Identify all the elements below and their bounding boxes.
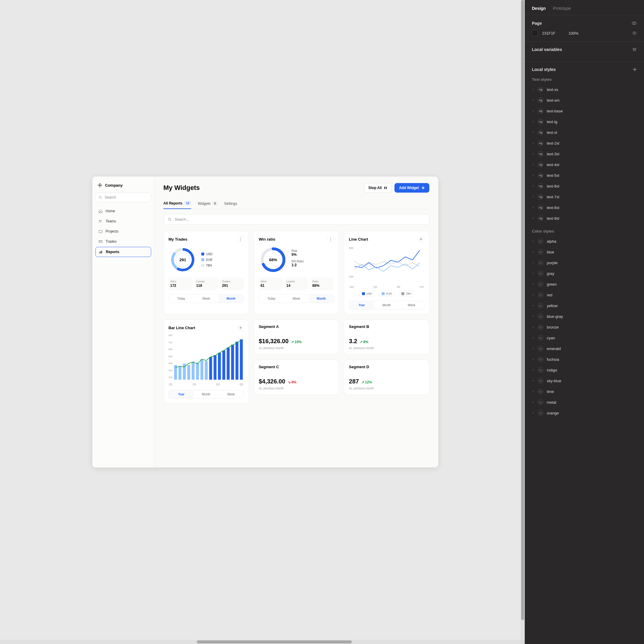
folder-icon	[538, 410, 543, 416]
color-style-item[interactable]: cyan	[532, 332, 637, 343]
tf-week[interactable]: Week	[194, 295, 219, 303]
canvas[interactable]: Company Search Home Teams Projects Trade…	[0, 0, 525, 644]
color-style-item[interactable]: blue	[532, 247, 637, 257]
svg-rect-12	[99, 252, 100, 253]
tf-week[interactable]: Week	[219, 390, 244, 398]
tf-week[interactable]: Week	[399, 301, 424, 309]
stop-all-button[interactable]: Stop All	[364, 183, 392, 193]
color-style-item[interactable]: indigo	[532, 365, 637, 375]
scrollbar-vertical[interactable]	[521, 0, 525, 644]
page-color-row[interactable]: 231F1F 100%	[532, 30, 637, 36]
text-style-item[interactable]: Agtext-xl	[532, 127, 637, 138]
card-settings-button[interactable]	[237, 324, 244, 331]
sliders-icon[interactable]	[632, 47, 637, 52]
color-style-item[interactable]: yellow	[532, 300, 637, 311]
stat: Losses118	[194, 278, 218, 290]
color-style-item[interactable]: bronze	[532, 322, 637, 332]
color-style-item[interactable]: green	[532, 279, 637, 290]
style-name: gray	[547, 271, 554, 276]
svg-point-3	[100, 183, 100, 184]
tf-year[interactable]: Year	[349, 301, 374, 309]
text-style-item[interactable]: Agtext-sm	[532, 95, 637, 106]
text-style-item[interactable]: Agtext-2xl	[532, 138, 637, 148]
color-style-item[interactable]: sky-blue	[532, 375, 637, 386]
seg-value: $4,326.00	[259, 378, 285, 385]
text-style-item[interactable]: Agtext-4xl	[532, 159, 637, 170]
svg-rect-15	[384, 187, 385, 189]
scrollbar-horizontal[interactable]	[0, 640, 525, 644]
tab-settings[interactable]: Settings	[224, 198, 237, 209]
logo: Company	[95, 181, 151, 193]
text-style-item[interactable]: Agtext-8xl	[532, 202, 637, 213]
tf-month[interactable]: Month	[219, 295, 244, 303]
tf-today[interactable]: Today	[259, 295, 284, 303]
sidebar-search-input[interactable]: Search	[95, 193, 151, 202]
text-style-item[interactable]: Agtext-base	[532, 106, 637, 116]
text-style-item[interactable]: Agtext-9xl	[532, 213, 637, 224]
color-style-item[interactable]: orange	[532, 408, 637, 418]
donut-chart: 291	[168, 245, 197, 274]
svg-line-18	[170, 220, 171, 221]
text-style-item[interactable]: Agtext-7xl	[532, 191, 637, 202]
nav-trades[interactable]: Trades	[95, 237, 151, 246]
card-icon	[98, 239, 103, 244]
tf-month[interactable]: Month	[374, 301, 399, 309]
folder-icon	[538, 400, 543, 405]
main-search-input[interactable]: Search...	[163, 214, 429, 225]
scrollbar-thumb[interactable]	[521, 0, 524, 620]
color-style-item[interactable]: gray	[532, 268, 637, 279]
color-style-item[interactable]: metal	[532, 397, 637, 408]
delta: ↗12%	[361, 380, 372, 384]
text-style-item[interactable]: Agtext-lg	[532, 116, 637, 127]
nav-projects[interactable]: Projects	[95, 227, 151, 236]
tf-week[interactable]: Week	[284, 295, 309, 303]
text-style-item[interactable]: Agtext-xs	[532, 84, 637, 95]
color-style-item[interactable]: red	[532, 290, 637, 300]
nav-teams[interactable]: Teams	[95, 216, 151, 226]
seg-sub: vs. previous month	[259, 387, 334, 390]
side-metrics: Risk5% RR-Ratio1:2	[292, 249, 304, 270]
scrollbar-thumb[interactable]	[197, 640, 352, 643]
tf-today[interactable]: Today	[169, 295, 194, 303]
style-name: indigo	[547, 368, 557, 372]
style-name: text-2xl	[547, 141, 559, 145]
svg-rect-10	[99, 241, 102, 243]
inspector-tab-design[interactable]: Design	[532, 6, 546, 11]
text-style-icon: Ag	[538, 151, 543, 157]
text-style-item[interactable]: Agtext-6xl	[532, 181, 637, 191]
add-widget-button[interactable]: Add Widget	[394, 183, 429, 193]
color-swatch[interactable]	[532, 30, 538, 36]
svg-rect-16	[386, 187, 387, 189]
eye-icon[interactable]	[632, 31, 637, 35]
blend-icon[interactable]	[631, 21, 637, 26]
text-style-item[interactable]: Agtext-5xl	[532, 170, 637, 181]
color-style-item[interactable]: purple	[532, 257, 637, 268]
text-style-item[interactable]: Agtext-3xl	[532, 148, 637, 159]
tf-month[interactable]: Month	[194, 390, 219, 398]
inspector-tab-prototype[interactable]: Prototype	[553, 6, 571, 11]
nav-home[interactable]: Home	[95, 206, 151, 216]
svg-rect-39	[218, 353, 221, 380]
tf-year[interactable]: Year	[169, 390, 194, 398]
card-menu-button[interactable]: ⋮	[327, 236, 334, 242]
card-settings-button[interactable]	[418, 236, 424, 242]
color-style-item[interactable]: fuchsia	[532, 354, 637, 365]
color-style-item[interactable]: alpha	[532, 236, 637, 247]
color-style-item[interactable]: emerald	[532, 343, 637, 354]
logo-icon	[97, 182, 103, 188]
timeframe-toggle: Year Month Week	[168, 390, 244, 399]
tab-all-reports[interactable]: All Reports12	[163, 198, 191, 209]
pause-icon	[384, 186, 387, 189]
tab-widgets[interactable]: Widgets6	[198, 198, 218, 209]
folder-icon	[538, 314, 543, 319]
card-menu-button[interactable]: ⋮	[237, 236, 244, 242]
tf-month[interactable]: Month	[309, 295, 334, 303]
text-style-icon: Ag	[538, 205, 543, 210]
svg-rect-38	[214, 355, 217, 380]
artboard-frame[interactable]: Company Search Home Teams Projects Trade…	[92, 177, 438, 467]
stat: Ratio68%	[310, 278, 334, 290]
nav-reports[interactable]: Reports	[95, 247, 151, 257]
color-style-item[interactable]: blue-gray	[532, 311, 637, 322]
plus-icon[interactable]	[633, 67, 637, 72]
color-style-item[interactable]: lime	[532, 386, 637, 397]
